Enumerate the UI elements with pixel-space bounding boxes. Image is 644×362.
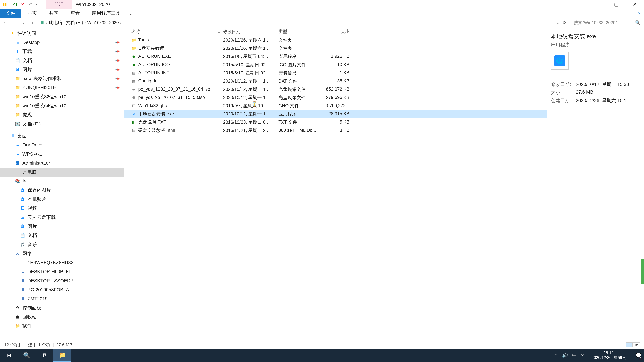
nav-videos[interactable]: 🎞视频	[0, 204, 124, 213]
nav-recycle-bin[interactable]: 🗑回收站	[0, 312, 124, 322]
tray-ime-icon[interactable]: 中	[572, 352, 576, 359]
nav-desktop-root[interactable]: 🖥桌面	[0, 131, 124, 140]
details-filename: 本地硬盘安装.exe	[551, 32, 640, 40]
nav-tianyi[interactable]: ☁天翼云盘下载	[0, 213, 124, 222]
nav-excel[interactable]: 📁excel表格制作求和📌	[0, 74, 124, 83]
file-row[interactable]: 📁U盘安装教程2020/12/26, 星期六 1...文件夹	[124, 44, 547, 52]
breadcrumb-chevron-icon[interactable]: ›	[46, 20, 48, 25]
nav-recent-dropdown[interactable]: ⌄	[20, 19, 27, 26]
nav-pc2[interactable]: 🖥DESKTOP-HL0PLFL	[0, 267, 124, 276]
column-type[interactable]: 类型	[278, 29, 324, 34]
nav-wps[interactable]: ☁WPS网盘	[0, 149, 124, 159]
nav-up-button[interactable]: ↑	[29, 19, 36, 26]
nav-quick-access[interactable]: ★快速访问	[0, 29, 124, 38]
column-name[interactable]: 名称▴	[124, 29, 223, 34]
nav-admin[interactable]: 👤Administrator	[0, 159, 124, 168]
view-details-button[interactable]: ☰	[626, 343, 632, 348]
taskbar-clock[interactable]: 15:12 2020/12/26, 星期六	[588, 351, 629, 360]
nav-network[interactable]: 🖧网络	[0, 249, 124, 258]
file-row[interactable]: ▤Win10x32.gho2019/9/7, 星期六 19:...GHO 文件3…	[124, 102, 547, 110]
nav-pc1[interactable]: 🖥1H4WPFQ7KZ8HU82	[0, 258, 124, 267]
qat-undo-icon[interactable]: ↶	[28, 2, 33, 7]
nav-drive-e[interactable]: 💽文档 (E:)	[0, 119, 124, 128]
ribbon-tab-home[interactable]: 主页	[22, 9, 43, 18]
breadcrumb-thispc[interactable]: 此电脑	[49, 20, 62, 26]
file-row[interactable]: ◆AUTORUN.ICO2015/5/10, 星期日 02...ICO 图片文件…	[124, 60, 547, 69]
tray-chevron-up-icon[interactable]: ⌃	[554, 353, 558, 358]
network-icon: 🖧	[15, 251, 20, 256]
taskbar-time: 15:12	[592, 351, 626, 355]
nav-pc4[interactable]: 🖥PC-20190530OBLA	[0, 285, 124, 294]
search-input[interactable]: 搜索"Win10x32_2020" 🔍	[572, 19, 642, 26]
qat-customize-icon[interactable]: ▾	[36, 2, 37, 6]
taskbar-search-button[interactable]: 🔍	[18, 349, 36, 362]
nav-software[interactable]: 📁软件	[0, 322, 124, 331]
ribbon-tab-share[interactable]: 共享	[43, 9, 64, 18]
nav-forward-button[interactable]: →	[11, 19, 18, 26]
file-name-cell: 📁Tools	[124, 37, 223, 42]
nav-docs[interactable]: 📄文档	[0, 231, 124, 240]
nav-thispc[interactable]: 🖥此电脑	[0, 168, 124, 177]
close-button[interactable]: ✕	[626, 0, 644, 9]
nav-downloads[interactable]: ⬇下载📌	[0, 47, 124, 56]
nav-win64[interactable]: 📁win10重装64位win10	[0, 101, 124, 110]
ribbon-tab-apptools[interactable]: 应用程序工具	[86, 9, 126, 18]
file-name-cell: ◉pe_yqs_xp_20_07_31_15_53.iso	[124, 95, 223, 100]
nav-savedpics[interactable]: 🖼保存的图片	[0, 186, 124, 195]
nav-onedrive[interactable]: ☁OneDrive	[0, 140, 124, 149]
nav-yunqishi[interactable]: 📁YUNQISHI2019📌	[0, 83, 124, 92]
nav-music[interactable]: 🎵音乐	[0, 240, 124, 249]
breadcrumb-dropdown-icon[interactable]: ⌄	[556, 20, 560, 25]
nav-libraries[interactable]: 📚库	[0, 177, 124, 186]
nav-back-button[interactable]: ←	[2, 19, 9, 26]
file-row[interactable]: ◉pe_yqs_xp_20_07_31_15_53.iso2020/10/12,…	[124, 93, 547, 102]
nav-pc3[interactable]: 🖥DESKTOP-LSSOEDP	[0, 276, 124, 285]
maximize-button[interactable]: ▢	[607, 0, 626, 9]
nav-pics[interactable]: 🖼图片	[0, 222, 124, 231]
ribbon-tab-view[interactable]: 查看	[64, 9, 86, 18]
breadcrumb-folder[interactable]: Win10x32_2020	[87, 20, 119, 25]
nav-control-panel[interactable]: ⚙控制面板	[0, 303, 124, 312]
action-center-button[interactable]: 💬 2	[633, 349, 644, 362]
task-view-button[interactable]: ⧉	[36, 349, 53, 362]
nav-pc5[interactable]: 🖥ZMT2019	[0, 294, 124, 303]
breadcrumb-chevron-icon[interactable]: ›	[84, 20, 86, 25]
qat-properties-icon[interactable]: ✔▮	[12, 2, 18, 7]
nav-desktop[interactable]: 🖥Desktop📌	[0, 38, 124, 47]
minimize-button[interactable]: —	[589, 0, 607, 9]
navigation-pane[interactable]: ★快速访问 🖥Desktop📌 ⬇下载📌 📄文档📌 🖼图片📌 📁excel表格制…	[0, 27, 124, 341]
file-row[interactable]: ▦光盘说明.TXT2016/10/23, 星期日 0...TXT 文件5 KB	[124, 118, 547, 126]
help-icon[interactable]: ?	[634, 9, 644, 18]
contextual-tab-manage[interactable]: 管理	[46, 0, 72, 8]
column-date[interactable]: 修改日期	[223, 29, 278, 34]
qat-delete-icon[interactable]: ✕	[20, 2, 25, 7]
ribbon-expand-icon[interactable]: ⌄	[126, 9, 136, 18]
breadcrumb-chevron-icon[interactable]: ›	[64, 20, 65, 25]
column-size[interactable]: 大小	[324, 29, 352, 34]
view-icons-button[interactable]: ▦	[633, 343, 640, 348]
taskbar-explorer-button[interactable]: 📁	[53, 349, 71, 362]
breadcrumb-drive[interactable]: 文档 (E:)	[66, 20, 83, 26]
breadcrumb[interactable]: 🖥 › 此电脑 › 文档 (E:) › Win10x32_2020 › ⌄ ⟳	[38, 19, 570, 26]
file-row[interactable]: ▤硬盘安装教程.html2016/11/21, 星期一 2...360 se H…	[124, 126, 547, 134]
refresh-button[interactable]: ⟳	[561, 20, 568, 25]
nav-documents[interactable]: 📄文档📌	[0, 56, 124, 65]
file-row[interactable]: ▤AUTORUN.INF2015/5/10, 星期日 02...安装信息1 KB	[124, 69, 547, 77]
file-row[interactable]: ◆AUTORUN.EXE2016/1/8, 星期五 04:...应用程序1,92…	[124, 52, 547, 60]
breadcrumb-chevron-icon[interactable]: ›	[120, 20, 122, 25]
nav-pictures[interactable]: 🖼图片📌	[0, 65, 124, 74]
file-rows[interactable]: 📁Tools2020/12/26, 星期六 1...文件夹📁U盘安装教程2020…	[124, 36, 547, 341]
file-row[interactable]: 📁Tools2020/12/26, 星期六 1...文件夹	[124, 36, 547, 44]
start-button[interactable]: ⊞	[0, 349, 18, 362]
file-row[interactable]: ◉pe_yqs_1032_20_07_31_16_04.iso2020/10/1…	[124, 85, 547, 93]
tray-mail-icon[interactable]: ✉	[580, 353, 584, 358]
ribbon-tab-file[interactable]: 文件	[0, 9, 22, 18]
file-name-cell: ▤硬盘安装教程.html	[124, 127, 223, 133]
file-row[interactable]: ▤Config.dat2020/10/12, 星期一 1...DAT 文件36 …	[124, 77, 547, 85]
nav-win32[interactable]: 📁win10重装32位win10	[0, 92, 124, 101]
search-icon[interactable]: 🔍	[635, 20, 640, 25]
nav-localpics[interactable]: 🖼本机照片	[0, 195, 124, 204]
tray-volume-icon[interactable]: 🔊	[562, 353, 568, 358]
file-row[interactable]: ◈本地硬盘安装.exe2020/10/12, 星期一 1...应用程序28,31…	[124, 110, 547, 118]
nav-huguan[interactable]: 📁虎观	[0, 110, 124, 119]
